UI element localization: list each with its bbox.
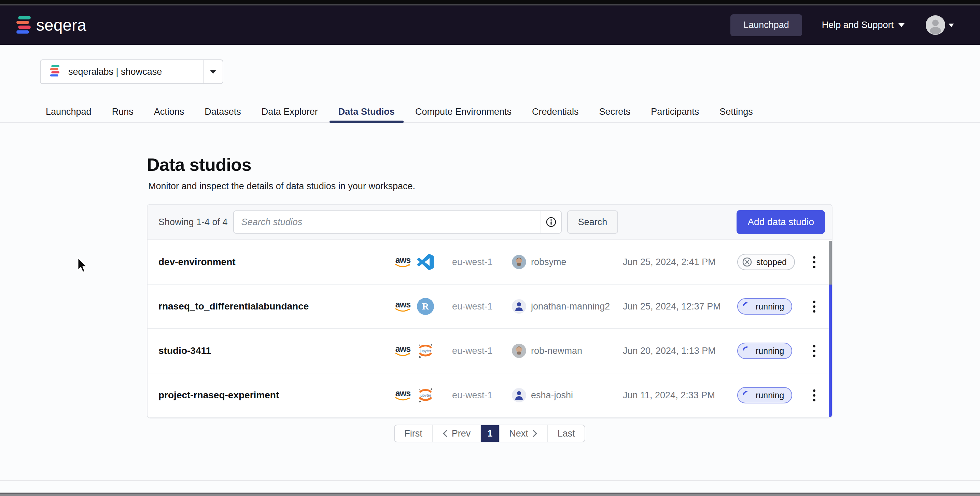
pagination-first[interactable]: First <box>395 425 432 442</box>
data-studios-table: Showing 1-4 of 4 Search Add data studio … <box>147 204 832 418</box>
aws-icon: aws <box>394 301 412 313</box>
pagination-next[interactable]: Next <box>500 425 548 442</box>
tab-compute-environments[interactable]: Compute Environments <box>415 101 512 122</box>
svg-text:jupyter: jupyter <box>419 349 431 353</box>
workspace-dropdown-button[interactable] <box>203 60 223 83</box>
scrollbar-track-accent <box>829 285 832 417</box>
pagination-last[interactable]: Last <box>548 425 585 442</box>
main-content: Data studios Monitor and inspect the det… <box>147 155 832 442</box>
table-row[interactable]: studio-3411 aws jupyter <box>148 329 832 373</box>
pagination-prev[interactable]: Prev <box>433 425 481 442</box>
status-label: running <box>756 301 784 311</box>
studio-name-link[interactable]: rnaseq_to_differentialabundance <box>158 301 394 312</box>
page-subtitle: Monitor and inspect the details of data … <box>148 181 832 191</box>
pagination-page-1[interactable]: 1 <box>481 425 500 442</box>
table-row[interactable]: project-rnaseq-experiment aws jupyter <box>148 373 832 418</box>
search-button[interactable]: Search <box>567 211 618 234</box>
user-avatar-icon <box>512 299 526 314</box>
date-label: Jun 25, 2024, 2:41 PM <box>623 257 737 268</box>
tab-participants[interactable]: Participants <box>651 101 699 122</box>
tab-data-explorer[interactable]: Data Explorer <box>262 101 318 122</box>
tab-data-studios[interactable]: Data Studios <box>338 101 395 122</box>
studio-name-link[interactable]: project-rnaseq-experiment <box>158 390 394 401</box>
chevron-down-icon <box>210 70 216 74</box>
region-label: eu-west-1 <box>452 301 512 312</box>
date-label: Jun 11, 2024, 2:33 PM <box>623 390 737 401</box>
workspace-logo-icon <box>50 65 59 78</box>
kebab-icon <box>811 254 818 270</box>
workspace-tabs: Launchpad Runs Actions Datasets Data Exp… <box>0 101 980 123</box>
table-row[interactable]: rnaseq_to_differentialabundance aws R eu… <box>148 285 832 329</box>
help-and-support-menu[interactable]: Help and Support <box>822 20 905 30</box>
status-badge: stopped <box>737 254 795 270</box>
user-menu[interactable] <box>926 15 954 35</box>
status-label: running <box>756 391 784 400</box>
tab-actions[interactable]: Actions <box>154 101 185 122</box>
window-top-edge <box>0 0 980 5</box>
user-avatar-icon <box>512 388 526 402</box>
status-label: stopped <box>756 257 787 267</box>
table-row[interactable]: dev-environment aws eu-west-1 <box>148 240 832 285</box>
window-bottom-edge <box>0 493 980 496</box>
mouse-cursor <box>76 257 91 275</box>
studio-name-link[interactable]: dev-environment <box>158 257 394 268</box>
tab-datasets[interactable]: Datasets <box>205 101 241 122</box>
kebab-icon <box>811 298 818 314</box>
region-label: eu-west-1 <box>452 346 512 356</box>
rstudio-icon: R <box>417 298 434 315</box>
status-badge: running <box>737 298 792 314</box>
aws-icon: aws <box>394 389 412 401</box>
scrollbar-thumb[interactable] <box>829 241 832 285</box>
help-and-support-label: Help and Support <box>822 20 894 30</box>
page-title: Data studios <box>147 155 832 175</box>
vscode-icon <box>417 253 434 271</box>
chevron-down-icon <box>948 24 954 27</box>
top-navbar: seqera Launchpad Help and Support <box>0 5 980 45</box>
username-label: rob-newman <box>531 346 582 356</box>
add-data-studio-button[interactable]: Add data studio <box>737 210 825 234</box>
jupyter-icon: jupyter <box>417 386 434 404</box>
user-avatar <box>512 344 526 358</box>
user-avatar-icon <box>926 15 945 35</box>
status-badge: running <box>737 387 792 403</box>
info-icon[interactable] <box>541 211 561 233</box>
tab-settings[interactable]: Settings <box>719 101 753 122</box>
status-badge: running <box>737 343 792 359</box>
footer-divider <box>0 480 980 481</box>
stopped-icon <box>742 257 752 267</box>
username-label: esha-joshi <box>531 390 573 401</box>
date-label: Jun 20, 2024, 1:13 PM <box>623 346 737 356</box>
username-label: robsyme <box>531 257 566 268</box>
tab-secrets[interactable]: Secrets <box>599 101 631 122</box>
brand-wordmark: seqera <box>36 16 86 35</box>
aws-icon: aws <box>394 345 412 357</box>
seqera-logo[interactable]: seqera <box>16 16 86 35</box>
svg-text:jupyter: jupyter <box>419 393 431 397</box>
chevron-right-icon <box>532 429 538 438</box>
jupyter-icon: jupyter <box>417 342 434 360</box>
row-menu-button[interactable] <box>802 388 826 403</box>
status-label: running <box>756 346 784 356</box>
showing-count: Showing 1-4 of 4 <box>158 217 228 228</box>
row-menu-button[interactable] <box>802 343 826 359</box>
tab-launchpad[interactable]: Launchpad <box>46 101 92 122</box>
workspace-name: seqeralabs | showcase <box>68 67 162 77</box>
table-scrollbar[interactable] <box>829 241 832 418</box>
table-toolbar: Showing 1-4 of 4 Search Add data studio <box>148 205 832 240</box>
tab-runs[interactable]: Runs <box>112 101 134 122</box>
username-label: jonathan-manning2 <box>531 301 610 312</box>
studio-name-link[interactable]: studio-3411 <box>158 345 394 356</box>
tab-credentials[interactable]: Credentials <box>532 101 579 122</box>
chevron-down-icon <box>898 23 905 27</box>
workspace-selector[interactable]: seqeralabs | showcase <box>40 59 223 84</box>
date-label: Jun 25, 2024, 12:37 PM <box>623 301 737 312</box>
spinner-icon <box>741 300 754 313</box>
region-label: eu-west-1 <box>452 257 512 268</box>
launchpad-button[interactable]: Launchpad <box>730 14 802 36</box>
spinner-icon <box>741 344 754 357</box>
search-input[interactable] <box>234 211 541 233</box>
kebab-icon <box>811 343 818 359</box>
seqera-logo-icon <box>16 16 31 35</box>
row-menu-button[interactable] <box>802 254 826 270</box>
row-menu-button[interactable] <box>802 298 826 314</box>
